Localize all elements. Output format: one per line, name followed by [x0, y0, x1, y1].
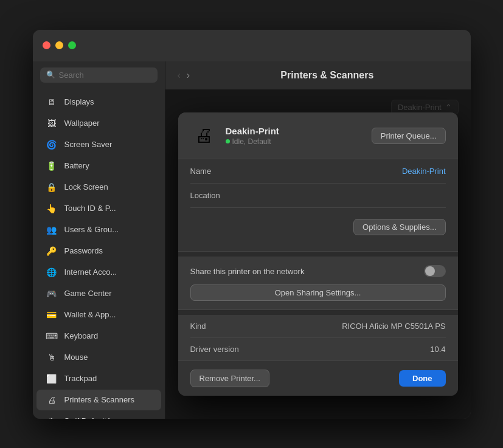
- name-row: Name Deakin-Print: [190, 159, 446, 184]
- keyboard-icon: ⌨: [45, 329, 58, 343]
- printer-detail-modal: 🖨 Deakin-Print Idle, Default Printer Que…: [178, 112, 458, 396]
- trackpad-icon: ⬜: [45, 372, 58, 385]
- search-bar[interactable]: 🔍: [40, 67, 158, 83]
- sidebar-items: 🖥Displays🖼Wallpaper🌀Screen Saver🔋Battery…: [33, 89, 165, 419]
- sidebar-item-internet-accounts[interactable]: 🌐Internet Acco...: [36, 262, 161, 283]
- game-center-icon: 🎮: [45, 287, 58, 300]
- displays-icon: 🖥: [45, 95, 58, 109]
- page-title: Printers & Scanners: [196, 70, 458, 81]
- name-value: Deakin-Print: [251, 167, 446, 176]
- sidebar-item-label-screen-saver: Screen Saver: [64, 140, 113, 149]
- modal-overlay: 🖨 Deakin-Print Idle, Default Printer Que…: [165, 90, 471, 419]
- share-row: Share this printer on the network: [190, 265, 446, 277]
- printer-info-section: 🖨 Deakin-Print Idle, Default Printer Que…: [178, 112, 458, 159]
- sidebar-item-label-mouse: Mouse: [64, 353, 88, 362]
- printers-scanners-icon: 🖨: [45, 393, 58, 407]
- mouse-icon: 🖱: [45, 351, 58, 364]
- modal-footer: Remove Printer... Done: [178, 361, 458, 396]
- lock-screen-icon: 🔒: [45, 181, 58, 194]
- printer-status: Idle, Default: [226, 137, 363, 146]
- toggle-knob: [425, 266, 435, 276]
- kind-section: Kind RICOH Aficio MP C5501A PS Driver ve…: [178, 315, 458, 361]
- section-gap-2: [178, 310, 458, 315]
- sidebar-item-label-game-center: Game Center: [64, 289, 112, 298]
- sidebar-item-printers-scanners[interactable]: 🖨Printers & Scanners: [36, 390, 161, 410]
- content-body: Deakin-Print ⌃ 🖨 Deakin-Print: [165, 90, 471, 419]
- main-window: 🔍 🖥Displays🖼Wallpaper🌀Screen Saver🔋Batte…: [33, 30, 471, 419]
- sidebar-item-label-touch-id: Touch ID & P...: [64, 204, 116, 213]
- sidebar-item-label-wallpaper: Wallpaper: [64, 119, 100, 128]
- users-groups-icon: 👥: [45, 223, 58, 236]
- location-label: Location: [190, 191, 251, 200]
- sidebar-item-trackpad[interactable]: ⬜Trackpad: [36, 368, 161, 389]
- sidebar-item-keyboard[interactable]: ⌨Keyboard: [36, 326, 161, 346]
- kind-label: Kind: [190, 322, 263, 331]
- sidebar-item-label-internet-accounts: Internet Acco...: [64, 267, 117, 277]
- options-supplies-button[interactable]: Options & Supplies...: [353, 219, 445, 235]
- touch-id-icon: 👆: [45, 202, 58, 215]
- remove-printer-button[interactable]: Remove Printer...: [190, 370, 269, 387]
- sidebar-item-touch-id[interactable]: 👆Touch ID & P...: [36, 198, 161, 219]
- sidebar-item-lock-screen[interactable]: 🔒Lock Screen: [36, 177, 161, 198]
- search-icon: 🔍: [46, 71, 55, 79]
- sidebar-item-label-battery: Battery: [64, 161, 89, 170]
- name-label: Name: [190, 167, 251, 176]
- sidebar-item-mouse[interactable]: 🖱Mouse: [36, 347, 161, 368]
- open-sharing-settings-button[interactable]: Open Sharing Settings...: [190, 284, 446, 301]
- status-text: Idle, Default: [232, 137, 271, 146]
- printer-queue-button[interactable]: Printer Queue...: [372, 128, 446, 144]
- main-area: 🔍 🖥Displays🖼Wallpaper🌀Screen Saver🔋Batte…: [33, 61, 471, 419]
- driver-label: Driver version: [190, 345, 263, 354]
- share-label: Share this printer on the network: [190, 267, 305, 276]
- wallpaper-icon: 🖼: [45, 117, 58, 130]
- sidebar-item-label-wallet: Wallet & App...: [64, 310, 116, 319]
- share-section: Share this printer on the network Open S…: [178, 257, 458, 310]
- status-dot: [226, 139, 230, 143]
- sidebar-item-displays[interactable]: 🖥Displays: [36, 92, 161, 112]
- internet-accounts-icon: 🌐: [45, 266, 58, 279]
- sidebar-item-label-passwords: Passwords: [64, 246, 103, 255]
- done-button[interactable]: Done: [399, 370, 446, 387]
- sidebar-item-label-trackpad: Trackpad: [64, 374, 97, 383]
- sidebar-item-passwords[interactable]: 🔑Passwords: [36, 241, 161, 261]
- printer-name-label: Deakin-Print: [226, 126, 363, 136]
- content-panel: ‹ › Printers & Scanners Deakin-Print ⌃: [165, 61, 471, 419]
- sidebar: 🔍 🖥Displays🖼Wallpaper🌀Screen Saver🔋Batte…: [33, 61, 165, 419]
- wallet-icon: 💳: [45, 308, 58, 322]
- forward-arrow-icon[interactable]: ›: [187, 70, 190, 81]
- sidebar-item-label-swift-default-apps: SwiftDefaultApps: [64, 416, 125, 419]
- screen-saver-icon: 🌀: [45, 138, 58, 151]
- sidebar-item-label-users-groups: Users & Grou...: [64, 225, 119, 234]
- printer-icon: 🖨: [190, 122, 217, 149]
- sidebar-item-screen-saver[interactable]: 🌀Screen Saver: [36, 134, 161, 155]
- driver-value: 10.4: [263, 345, 446, 354]
- sidebar-item-swift-default-apps[interactable]: ⚙SwiftDefaultApps: [36, 411, 161, 419]
- sidebar-item-users-groups[interactable]: 👥Users & Grou...: [36, 219, 161, 240]
- location-row: Location: [190, 184, 446, 208]
- driver-row: Driver version 10.4: [190, 338, 446, 360]
- content-header: ‹ › Printers & Scanners: [165, 61, 471, 90]
- kind-value: RICOH Aficio MP C5501A PS: [263, 322, 446, 331]
- swift-default-apps-icon: ⚙: [45, 415, 58, 419]
- sidebar-item-label-printers-scanners: Printers & Scanners: [64, 395, 135, 404]
- sidebar-item-label-displays: Displays: [64, 97, 94, 106]
- kind-row: Kind RICOH Aficio MP C5501A PS: [190, 315, 446, 338]
- battery-icon: 🔋: [45, 159, 58, 173]
- sidebar-item-label-lock-screen: Lock Screen: [64, 182, 108, 191]
- back-arrow-icon[interactable]: ‹: [178, 70, 181, 81]
- traffic-lights: [43, 41, 76, 49]
- details-section: Name Deakin-Print Location Options & Sup…: [178, 159, 458, 252]
- search-input[interactable]: [59, 71, 151, 80]
- printer-name-block: Deakin-Print Idle, Default: [226, 126, 363, 146]
- maximize-button[interactable]: [68, 41, 76, 49]
- sidebar-item-battery[interactable]: 🔋Battery: [36, 156, 161, 176]
- section-gap-1: [178, 252, 458, 257]
- share-toggle[interactable]: [424, 265, 446, 277]
- titlebar: [33, 30, 471, 61]
- sidebar-item-wallet[interactable]: 💳Wallet & App...: [36, 305, 161, 325]
- close-button[interactable]: [43, 41, 50, 49]
- minimize-button[interactable]: [55, 41, 63, 49]
- sidebar-item-game-center[interactable]: 🎮Game Center: [36, 283, 161, 304]
- passwords-icon: 🔑: [45, 244, 58, 258]
- sidebar-item-wallpaper[interactable]: 🖼Wallpaper: [36, 113, 161, 134]
